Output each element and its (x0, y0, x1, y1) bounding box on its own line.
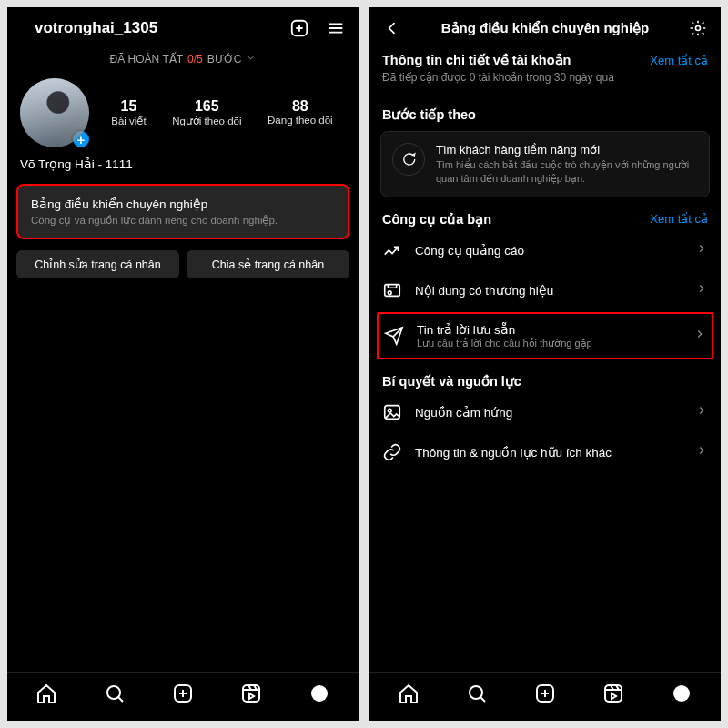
svg-rect-4 (243, 685, 259, 702)
profile-tab[interactable] (308, 682, 330, 708)
profile-screen: votronghai_1305 ĐÃ HOÀN TẤT 0/5 BƯỚC + 1… (7, 7, 359, 721)
svg-rect-0 (21, 25, 28, 31)
trend-icon (382, 240, 402, 260)
reels-tab[interactable] (602, 682, 624, 708)
dashboard-topbar: Bảng điều khiển chuyên nghiệp (369, 7, 721, 47)
svg-point-10 (388, 409, 391, 412)
link-icon (382, 442, 402, 462)
step-word: BƯỚC (207, 53, 242, 66)
hamburger-menu-icon[interactable] (324, 16, 348, 40)
stat-following[interactable]: 88 Đang theo dõi (268, 98, 333, 127)
tip-inspiration[interactable]: Nguồn cảm hứng (369, 392, 721, 432)
item-title: Tin trả lời lưu sẵn (417, 322, 681, 337)
svg-point-14 (673, 685, 690, 702)
avatar[interactable]: + (20, 78, 89, 147)
svg-point-5 (311, 685, 328, 702)
card-subtitle: Công cụ và nguồn lực dành riêng cho doan… (31, 214, 335, 227)
chevron-right-icon (695, 444, 708, 460)
svg-point-11 (470, 686, 482, 699)
svg-rect-13 (605, 685, 622, 702)
account-info-header: Thông tin chi tiết về tài khoản Xem tất … (369, 47, 721, 71)
info-header-text: Thông tin chi tiết về tài khoản (382, 53, 571, 67)
profile-tab[interactable] (671, 682, 693, 708)
chevron-down-icon (246, 53, 256, 66)
profile-row: + 15 Bài viết 165 Người theo dõi 88 Đang… (7, 78, 359, 157)
home-tab[interactable] (398, 682, 420, 708)
item-title: Nội dung có thương hiệu (415, 283, 682, 298)
item-title: Thông tin & nguồn lực hữu ích khác (415, 445, 682, 460)
see-all-tools-link[interactable]: Xem tất cả (650, 212, 708, 226)
search-tab[interactable] (466, 682, 488, 708)
step-subtitle: Tìm hiểu cách bắt đầu cuộc trò chuyện vớ… (436, 158, 698, 186)
item-title: Nguồn cảm hứng (415, 405, 682, 420)
svg-point-6 (696, 26, 701, 31)
add-story-badge[interactable]: + (71, 129, 91, 149)
tab-bar (369, 672, 721, 721)
stats: 15 Bài viết 165 Người theo dõi 88 Đang t… (98, 98, 346, 127)
dashboard-screen: Bảng điều khiển chuyên nghiệp Thông tin … (369, 7, 721, 721)
create-tab[interactable] (172, 682, 194, 708)
reels-tab[interactable] (240, 682, 262, 708)
chevron-down-icon (161, 19, 172, 37)
display-name: Võ Trọng Hải - 1111 (7, 157, 359, 178)
item-title: Công cụ quảng cáo (415, 243, 682, 258)
profile-topbar: votronghai_1305 (7, 7, 359, 46)
edit-profile-button[interactable]: Chỉnh sửa trang cá nhân (16, 250, 179, 278)
chevron-right-icon (695, 404, 708, 420)
stat-label: Bài viết (111, 115, 146, 127)
username-text: votronghai_1305 (35, 19, 157, 37)
completion-banner[interactable]: ĐÃ HOÀN TẤT 0/5 BƯỚC (7, 46, 359, 78)
image-icon (382, 402, 402, 422)
settings-icon[interactable] (686, 16, 710, 40)
stat-label: Người theo dõi (172, 115, 241, 127)
tip-resources[interactable]: Thông tin & nguồn lực hữu ích khác (369, 432, 721, 472)
step-title: Tìm khách hàng tiềm năng mới (436, 143, 698, 157)
chat-icon (392, 143, 425, 176)
svg-rect-7 (385, 284, 400, 296)
next-step-header: Bước tiếp theo (369, 95, 721, 126)
search-tab[interactable] (104, 682, 126, 708)
create-button[interactable] (288, 16, 311, 40)
stat-num: 88 (268, 98, 333, 115)
stat-num: 165 (172, 98, 241, 115)
share-profile-button[interactable]: Chia sẻ trang cá nhân (187, 250, 349, 278)
chevron-right-icon (695, 242, 708, 258)
profile-action-row: Chỉnh sửa trang cá nhân Chia sẻ trang cá… (7, 250, 359, 286)
tab-bar (7, 672, 359, 721)
tool-branded-content[interactable]: Nội dung có thương hiệu (369, 270, 721, 310)
tool-ads[interactable]: Công cụ quảng cáo (369, 230, 721, 270)
svg-point-2 (107, 686, 120, 699)
stat-label: Đang theo dõi (268, 115, 333, 126)
back-button[interactable] (380, 16, 404, 40)
chevron-right-icon (693, 328, 706, 344)
tool-saved-replies[interactable]: Tin trả lời lưu sẵn Lưu câu trả lời cho … (377, 312, 713, 359)
branded-icon (382, 280, 402, 300)
stat-followers[interactable]: 165 Người theo dõi (172, 98, 241, 127)
completion-progress: 0/5 (187, 53, 203, 66)
stat-posts[interactable]: 15 Bài viết (111, 98, 146, 127)
lock-icon (18, 19, 31, 37)
screen-title: Bảng điều khiển chuyên nghiệp (404, 20, 686, 36)
tools-header: Công cụ của bạn (382, 212, 491, 227)
chevron-right-icon (695, 282, 708, 298)
item-subtitle: Lưu câu trả lời cho câu hỏi thường gặp (417, 338, 681, 349)
create-tab[interactable] (534, 682, 556, 708)
next-step-card[interactable]: Tìm khách hàng tiềm năng mới Tìm hiểu cá… (380, 131, 710, 197)
tools-header-row: Công cụ của bạn Xem tất cả (369, 207, 721, 230)
svg-point-8 (388, 291, 391, 295)
pro-dashboard-card[interactable]: Bảng điều khiển chuyên nghiệp Công cụ và… (16, 184, 349, 239)
reach-text: Đã tiếp cận được 0 tài khoản trong 30 ng… (369, 71, 721, 95)
home-tab[interactable] (35, 682, 57, 708)
tips-header: Bí quyết và nguồn lực (369, 361, 721, 392)
send-icon (384, 326, 404, 346)
username-dropdown[interactable]: votronghai_1305 (18, 19, 172, 37)
card-title: Bảng điều khiển chuyên nghiệp (31, 197, 335, 211)
stat-num: 15 (111, 98, 146, 115)
completed-label: ĐÃ HOÀN TẤT (110, 53, 183, 66)
see-all-link[interactable]: Xem tất cả (650, 54, 708, 67)
